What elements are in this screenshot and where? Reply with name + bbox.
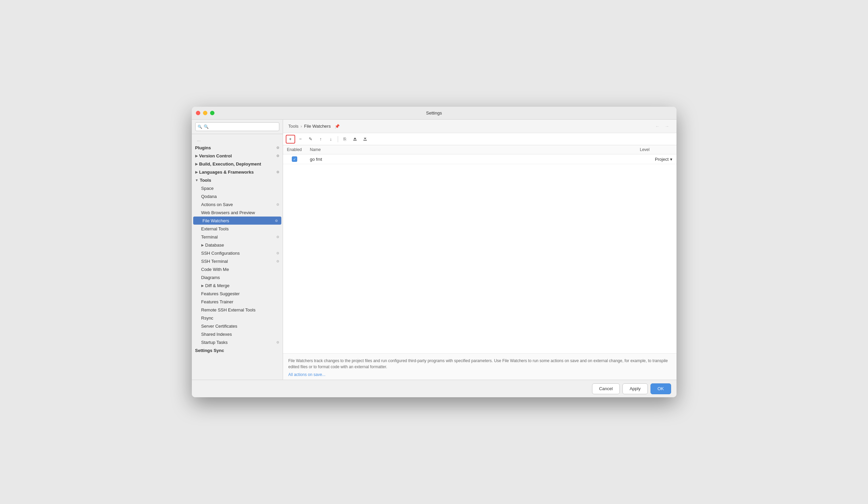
sidebar-item-qodana[interactable]: Qodana (192, 192, 283, 200)
settings-window: Settings 🔍 ... Plugins ⚙ (192, 107, 676, 397)
expand-arrow-icon: ▶ (195, 170, 198, 174)
nav-back-button[interactable]: ← (653, 122, 662, 130)
sidebar-item-plugins[interactable]: Plugins ⚙ (192, 144, 283, 152)
sidebar-item-space[interactable]: Space (192, 184, 283, 192)
sidebar-item-label: Settings Sync (195, 348, 224, 353)
settings-icon: ⚙ (275, 219, 278, 223)
sidebar-item-label: Shared Indexes (201, 332, 232, 337)
cancel-button[interactable]: Cancel (592, 383, 620, 394)
sidebar-item-label: Space (201, 186, 214, 191)
watcher-level-cell[interactable]: Project ▾ (636, 154, 676, 164)
breadcrumb: Tools › File Watchers 📌 (288, 124, 340, 129)
sidebar-item-label: SSH Terminal (201, 259, 228, 264)
sidebar-item-label: SSH Configurations (201, 251, 240, 256)
sidebar-item-label: Remote SSH External Tools (201, 307, 256, 312)
sidebar-item-actions-on-save[interactable]: Actions on Save ⚙ (192, 200, 283, 208)
sidebar-item-label: Web Browsers and Preview (201, 210, 255, 215)
sidebar-item-label: Tools (200, 178, 211, 183)
search-wrapper: 🔍 (195, 122, 279, 131)
table-row[interactable]: ✓ go fmt Project ▾ (283, 154, 676, 164)
window-title: Settings (426, 111, 442, 115)
sidebar-list: ... Plugins ⚙ ▶ Version Control ⚙ ▶ Buil… (192, 134, 283, 380)
sidebar-item-settings-sync[interactable]: Settings Sync (192, 346, 283, 354)
breadcrumb-current: File Watchers (304, 124, 331, 129)
sidebar-item-features-suggester[interactable]: Features Suggester (192, 289, 283, 298)
bottom-bar: Cancel Apply OK (192, 380, 676, 397)
sidebar-item-shared-indexes[interactable]: Shared Indexes (192, 330, 283, 338)
sidebar-item-label: Actions on Save (201, 202, 233, 207)
close-button[interactable] (196, 111, 200, 115)
nav-forward-button[interactable]: → (663, 122, 671, 130)
expand-arrow-icon: ▶ (201, 284, 204, 287)
sidebar-item-rsync[interactable]: Rsync (192, 314, 283, 322)
copy-button[interactable]: ⎘ (340, 135, 350, 144)
svg-rect-0 (353, 140, 356, 141)
apply-button[interactable]: Apply (622, 383, 648, 394)
export-button[interactable] (360, 135, 370, 144)
search-input[interactable] (195, 122, 279, 131)
sidebar-item-features-trainer[interactable]: Features Trainer (192, 298, 283, 306)
sidebar-item-label: Features Trainer (201, 299, 234, 304)
sidebar-item-file-watchers[interactable]: File Watchers ⚙ (193, 217, 281, 225)
col-header-name: Name (306, 145, 636, 154)
sidebar-item-startup-tasks[interactable]: Startup Tasks ⚙ (192, 338, 283, 346)
breadcrumb-separator: › (301, 124, 302, 129)
pin-icon[interactable]: 📌 (335, 124, 340, 129)
settings-icon: ⚙ (276, 170, 279, 174)
sidebar-item-label: Code With Me (201, 267, 229, 272)
sidebar-item-external-tools[interactable]: External Tools (192, 225, 283, 233)
all-actions-link[interactable]: All actions on save... (288, 372, 326, 377)
move-down-button[interactable]: ↓ (326, 135, 336, 144)
search-icon: 🔍 (198, 125, 202, 129)
settings-icon: ⚙ (276, 203, 279, 206)
sidebar-item-tools[interactable]: ▼ Tools (192, 176, 283, 184)
sidebar-item-ssh-configurations[interactable]: SSH Configurations ⚙ (192, 249, 283, 257)
settings-icon: ⚙ (276, 259, 279, 263)
sidebar-item-label: Qodana (201, 194, 217, 199)
add-watcher-button[interactable]: + (286, 135, 295, 144)
sidebar-item-label: External Tools (201, 226, 229, 232)
file-watchers-table-area: Enabled Name Level ✓ (283, 145, 676, 353)
sidebar-item-code-with-me[interactable]: Code With Me (192, 265, 283, 273)
sidebar-item-languages[interactable]: ▶ Languages & Frameworks ⚙ (192, 168, 283, 176)
settings-icon: ⚙ (276, 340, 279, 344)
sidebar-item-terminal[interactable]: Terminal ⚙ (192, 233, 283, 241)
footer-info: File Watchers track changes to the proje… (283, 353, 676, 380)
sidebar-item-database[interactable]: ▶ Database (192, 241, 283, 249)
settings-icon: ⚙ (276, 251, 279, 255)
sidebar-item-remote-ssh[interactable]: Remote SSH External Tools (192, 306, 283, 314)
sidebar-item-editor[interactable]: ... (192, 135, 283, 144)
sidebar-item-label: Startup Tasks (201, 340, 228, 345)
sidebar-item-label: Features Suggester (201, 291, 240, 296)
level-dropdown-arrow[interactable]: ▾ (670, 157, 672, 162)
move-up-button[interactable]: ↑ (316, 135, 326, 144)
content-area: 🔍 ... Plugins ⚙ ▶ Version Control (192, 120, 676, 380)
enabled-checkbox[interactable]: ✓ (287, 156, 302, 162)
sidebar-item-build[interactable]: ▶ Build, Execution, Deployment (192, 160, 283, 168)
minimize-button[interactable] (203, 111, 207, 115)
sidebar-item-server-certificates[interactable]: Server Certificates (192, 322, 283, 330)
sidebar-item-label: ... (197, 137, 201, 142)
file-watchers-table: Enabled Name Level ✓ (283, 145, 676, 164)
watcher-name-cell: go fmt (306, 154, 636, 164)
maximize-button[interactable] (210, 111, 215, 115)
ok-button[interactable]: OK (651, 383, 671, 394)
sidebar-item-web-browsers[interactable]: Web Browsers and Preview (192, 208, 283, 217)
col-header-level: Level (636, 145, 676, 154)
edit-watcher-button[interactable]: ✎ (306, 135, 316, 144)
sidebar-item-diff-merge[interactable]: ▶ Diff & Merge (192, 281, 283, 289)
sidebar-item-label: Diff & Merge (205, 283, 230, 288)
remove-watcher-button[interactable]: − (296, 135, 305, 144)
sidebar-item-version-control[interactable]: ▶ Version Control ⚙ (192, 152, 283, 160)
expand-arrow-icon: ▼ (195, 178, 199, 182)
sidebar-item-label: File Watchers (203, 218, 229, 223)
settings-icon: ⚙ (276, 235, 279, 239)
sidebar-item-label: Languages & Frameworks (199, 169, 254, 175)
import-button[interactable] (350, 135, 360, 144)
toolbar: + − ✎ ↑ ↓ ⎘ (283, 133, 676, 145)
svg-marker-3 (364, 138, 366, 139)
sidebar-item-ssh-terminal[interactable]: SSH Terminal ⚙ (192, 257, 283, 265)
sidebar-item-diagrams[interactable]: Diagrams (192, 273, 283, 281)
search-box: 🔍 (192, 120, 283, 134)
sidebar-item-label: Server Certificates (201, 323, 237, 329)
